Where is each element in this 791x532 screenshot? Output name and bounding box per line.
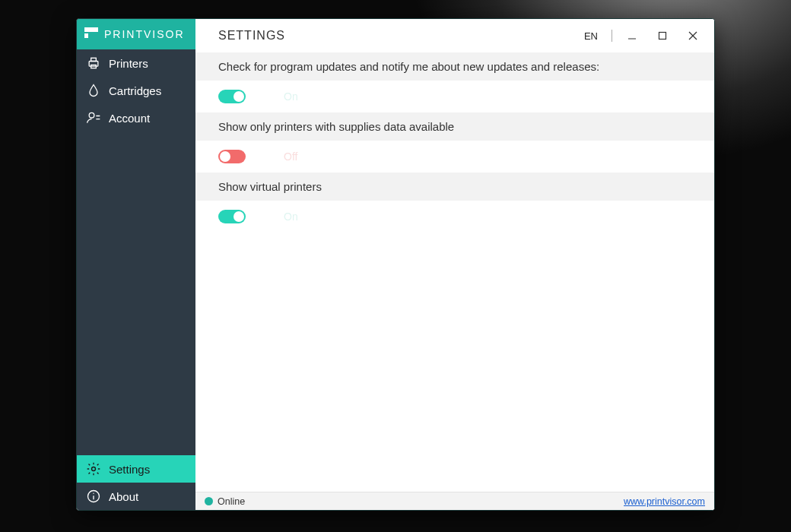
language-button[interactable]: EN xyxy=(580,30,602,42)
sidebar-item-label: Printers xyxy=(109,57,148,70)
settings-content: Check for program updates and notify me … xyxy=(195,52,714,492)
info-icon xyxy=(86,489,101,504)
toggle-state-label: On xyxy=(284,211,298,223)
header-bar: SETTINGS EN xyxy=(195,19,714,52)
drop-icon xyxy=(86,83,101,98)
account-icon xyxy=(86,110,101,125)
printer-icon xyxy=(86,55,101,71)
nav-bottom: Settings About xyxy=(77,455,195,510)
status-bar: Online www.printvisor.com xyxy=(195,492,714,510)
vendor-link[interactable]: www.printvisor.com xyxy=(624,496,705,507)
status-indicator-icon xyxy=(205,497,213,505)
gear-icon xyxy=(86,461,101,477)
toggle-state-label: Off xyxy=(284,150,297,163)
sidebar: PRINTVISOR Printers Cartridges Account xyxy=(77,19,195,510)
brand-label: PRINTVISOR xyxy=(104,28,185,40)
sidebar-item-cartridges[interactable]: Cartridges xyxy=(77,77,195,104)
sidebar-item-label: Settings xyxy=(109,463,150,476)
app-window: PRINTVISOR Printers Cartridges Account xyxy=(76,18,715,511)
toggle-updates[interactable] xyxy=(218,90,246,103)
svg-rect-1 xyxy=(91,58,97,61)
sidebar-item-label: Account xyxy=(109,112,150,125)
sidebar-item-label: Cartridges xyxy=(109,84,161,97)
page-title: SETTINGS xyxy=(218,29,570,43)
app-logo: PRINTVISOR xyxy=(77,19,195,49)
sidebar-item-account[interactable]: Account xyxy=(77,104,195,131)
svg-point-6 xyxy=(92,467,96,471)
setting-label: Check for program updates and notify me … xyxy=(195,52,714,81)
minimize-button[interactable] xyxy=(621,27,643,45)
toggle-virtual-printers[interactable] xyxy=(218,210,246,223)
sidebar-item-printers[interactable]: Printers xyxy=(77,49,195,77)
setting-label: Show virtual printers xyxy=(195,173,714,201)
sidebar-item-label: About xyxy=(109,490,138,503)
setting-label: Show only printers with supplies data av… xyxy=(195,112,714,141)
sidebar-item-settings[interactable]: Settings xyxy=(77,455,195,483)
header-divider xyxy=(612,30,612,42)
svg-point-3 xyxy=(89,112,94,118)
svg-rect-11 xyxy=(659,33,666,40)
status-text: Online xyxy=(218,496,245,507)
toggle-state-label: On xyxy=(284,90,298,103)
toggle-supplies-only[interactable] xyxy=(218,150,246,163)
maximize-button[interactable] xyxy=(652,27,673,45)
main-area: SETTINGS EN Check for program updates an… xyxy=(195,19,714,510)
nav-top: Printers Cartridges Account xyxy=(77,49,195,131)
close-button[interactable] xyxy=(682,27,704,45)
svg-point-9 xyxy=(93,493,94,494)
setting-row-supplies: Off xyxy=(195,141,714,173)
setting-row-updates: On xyxy=(195,81,714,112)
logo-mark-icon xyxy=(84,27,98,41)
setting-row-virtual: On xyxy=(195,201,714,233)
sidebar-item-about[interactable]: About xyxy=(77,483,195,510)
